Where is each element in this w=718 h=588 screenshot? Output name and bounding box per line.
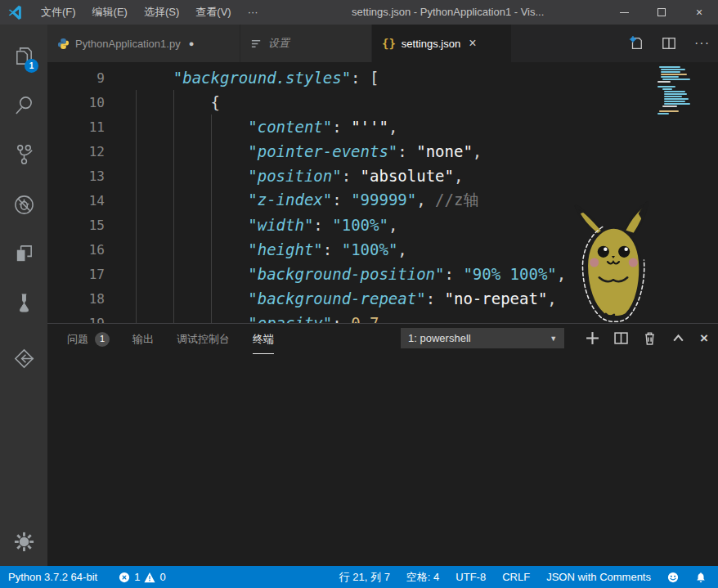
terminal-select[interactable]: 1: powershell ▼ [401, 328, 564, 348]
language-mode-status[interactable]: JSON with Comments [546, 571, 651, 583]
debug-button[interactable] [0, 185, 47, 224]
maximize-button[interactable] [643, 0, 680, 25]
panel-tab-problems[interactable]: 问题 1 [67, 324, 110, 354]
warning-icon [144, 572, 155, 583]
encoding-status[interactable]: UTF-8 [455, 571, 486, 583]
error-count: 1 [134, 571, 140, 583]
error-icon [119, 572, 130, 583]
panel-tab-label: 问题 [67, 324, 88, 354]
warning-count: 0 [159, 571, 165, 583]
explorer-badge: 1 [25, 59, 38, 73]
chevron-down-icon: ▼ [550, 334, 557, 343]
line-number: 13 [47, 168, 105, 184]
pikachu-image [567, 200, 663, 323]
python-interpreter-status[interactable]: Python 3.7.2 64-bit [8, 571, 97, 583]
code-editor[interactable]: 9 "background.styles": [10 {11 "content"… [47, 62, 718, 323]
problems-badge: 1 [95, 332, 110, 347]
line-number: 9 [47, 70, 105, 86]
panel-tab-label: 输出 [132, 324, 154, 354]
menu-file[interactable]: 文件(F) [33, 0, 84, 25]
code-line: 9 "background.styles": [ [47, 65, 718, 90]
more-actions-icon[interactable]: ··· [694, 36, 710, 51]
maximize-panel-chevron-icon[interactable] [671, 331, 685, 345]
title-bar: 文件(F) 编辑(E) 选择(S) 查看(V) ··· settings.jso… [0, 0, 718, 25]
git-branch-icon [13, 143, 35, 165]
line-number: 10 [47, 95, 105, 110]
open-settings-ui-icon[interactable] [629, 36, 644, 51]
line-number: 14 [47, 193, 105, 209]
panel-tab-label: 终端 [253, 324, 274, 354]
menu-more[interactable]: ··· [240, 0, 267, 25]
activity-bar: 1 [0, 25, 47, 566]
bottom-panel: 问题 1 输出 调试控制台 终端 1: powershell ▼ [47, 323, 718, 566]
cursor-position-status[interactable]: 行 21, 列 7 [339, 570, 390, 585]
terminal-select-value: 1: powershell [408, 332, 471, 344]
tab-settings-ui[interactable]: 设置 [240, 25, 371, 62]
beaker-icon [13, 292, 35, 314]
search-icon [13, 94, 35, 116]
source-control-button[interactable] [0, 134, 47, 173]
tab-label: settings.json [402, 38, 460, 50]
tab-close-icon[interactable]: × [469, 36, 476, 51]
indentation-status[interactable]: 空格: 4 [406, 570, 439, 585]
panel-tab-label: 调试控制台 [177, 324, 230, 354]
split-terminal-icon[interactable] [614, 331, 628, 345]
settings-gear-button[interactable] [0, 522, 47, 561]
minimize-icon [620, 12, 629, 13]
terminal-body[interactable] [47, 354, 718, 566]
vscode-logo-icon [8, 5, 23, 20]
eol-status[interactable]: CRLF [502, 571, 530, 583]
split-editor-icon[interactable] [662, 36, 676, 51]
notifications-bell-button[interactable] [695, 572, 707, 583]
panel-tab-terminal[interactable]: 终端 [253, 324, 274, 354]
editor-tab-bar: PythonApplication1.py ● 设置 {} settings.j… [47, 25, 718, 62]
bell-icon [695, 572, 707, 583]
tab-label: PythonApplication1.py [75, 38, 181, 50]
panel-tab-output[interactable]: 输出 [132, 324, 154, 354]
extensions-button[interactable] [0, 234, 47, 273]
status-bar: Python 3.7.2 64-bit 1 0 行 21, 列 7 空格: 4 … [0, 566, 718, 588]
tab-settings-json[interactable]: {} settings.json × [372, 25, 511, 62]
menu-view[interactable]: 查看(V) [187, 0, 239, 25]
minimap[interactable] [654, 66, 718, 115]
line-number: 18 [47, 291, 105, 307]
tab-label: 设置 [268, 36, 289, 51]
vscode-window: 文件(F) 编辑(E) 选择(S) 查看(V) ··· settings.jso… [0, 0, 718, 588]
feedback-smiley-button[interactable] [667, 572, 679, 583]
line-number: 17 [47, 267, 105, 282]
problems-status[interactable]: 1 0 [119, 571, 165, 583]
settings-list-icon [250, 38, 263, 50]
close-icon: × [696, 6, 702, 19]
kill-terminal-trash-icon[interactable] [643, 331, 657, 345]
python-version-label: Python 3.7.2 64-bit [8, 571, 97, 583]
line-number: 11 [47, 119, 105, 135]
maximize-icon [657, 8, 666, 16]
menu-selection[interactable]: 选择(S) [136, 0, 187, 25]
menu-edit[interactable]: 编辑(E) [84, 0, 136, 25]
test-explorer-button[interactable] [0, 283, 47, 322]
panel-tab-debug-console[interactable]: 调试控制台 [177, 324, 230, 354]
explorer-button[interactable]: 1 [0, 36, 47, 75]
code-line: 10 { [47, 90, 718, 114]
tab-pythonapplication1-py[interactable]: PythonApplication1.py ● [47, 25, 240, 62]
modified-dot-icon[interactable]: ● [189, 38, 195, 48]
minimize-button[interactable] [605, 0, 643, 25]
diamond-arrow-icon [13, 348, 35, 370]
line-number: 12 [47, 144, 105, 159]
code-line: 11 "content": "''", [47, 114, 718, 139]
extensions-icon [13, 243, 35, 265]
close-panel-icon[interactable]: × [700, 331, 708, 345]
search-button[interactable] [0, 85, 47, 124]
code-line: 13 "position": "absolute", [47, 164, 718, 188]
panel-header: 问题 1 输出 调试控制台 终端 1: powershell ▼ [47, 324, 718, 354]
code-line: 12 "pointer-events": "none", [47, 139, 718, 164]
window-title: settings.json - PythonApplication1 - Vis… [352, 0, 544, 25]
close-button[interactable]: × [680, 0, 718, 25]
line-number: 16 [47, 242, 105, 258]
new-terminal-icon[interactable] [586, 331, 599, 345]
line-number: 19 [47, 316, 105, 324]
python-icon [57, 38, 70, 50]
smiley-icon [667, 572, 679, 583]
line-number: 15 [47, 218, 105, 233]
extension-diamond-button[interactable] [0, 339, 47, 378]
